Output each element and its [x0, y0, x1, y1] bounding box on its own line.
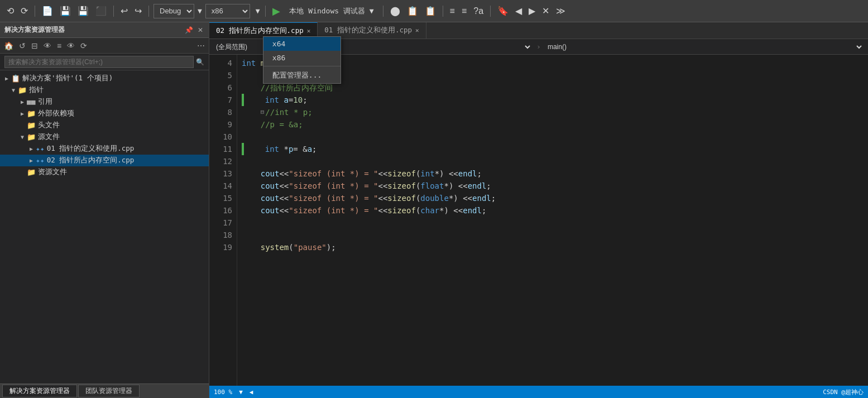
save-btn[interactable]: 💾: [57, 4, 73, 17]
more-btn[interactable]: ≫: [554, 4, 568, 17]
tab-solution-explorer[interactable]: 解决方案资源管理器: [2, 385, 77, 397]
solution-tree: ▶ 📋 解决方案'指针'(1 个项目) ▼ 📁 指针 ▶ ■■ 引用 ▶: [0, 70, 209, 383]
tree-item-project[interactable]: ▼ 📁 指针: [0, 84, 209, 96]
file2-icon: ✦✦: [36, 156, 45, 165]
fn-sizeof-13: sizeof: [387, 167, 416, 180]
sources-icon: 📁: [27, 133, 36, 141]
tree-item-file1[interactable]: ▶ ✦✦ 01 指针的定义和使用.cpp: [0, 143, 209, 155]
sidebar-home-btn[interactable]: 🏠: [2, 41, 15, 51]
zoom-icon: ▼: [239, 389, 243, 396]
sidebar-header: 解决方案资源管理器 📌 ✕: [0, 22, 209, 38]
tree-item-resources[interactable]: 📁 资源文件: [0, 166, 209, 178]
ln-14: 14: [214, 180, 232, 192]
undo-redo-btn[interactable]: ⟲: [4, 4, 16, 17]
breakpoint-btn[interactable]: ⬤: [388, 4, 402, 17]
separator6: [443, 6, 443, 17]
fn-cout-13: cout: [261, 167, 280, 180]
sidebar-extra-btn[interactable]: ⋯: [195, 41, 207, 51]
sidebar-preview-btn[interactable]: 👁: [65, 41, 76, 51]
sidebar-show-files-btn[interactable]: 👁: [42, 41, 53, 51]
code-line-12: [237, 155, 868, 167]
code-line-10: [237, 131, 868, 143]
sidebar-sync-btn[interactable]: ⟳: [79, 41, 89, 51]
code-line-9: //p = &a;: [237, 118, 868, 131]
back-btn[interactable]: ↩: [118, 4, 130, 17]
forward-btn[interactable]: ↪: [132, 4, 144, 17]
kw-float-14: float: [420, 180, 444, 192]
fn-cout-15: cout: [261, 192, 280, 204]
tree-item-references[interactable]: ▶ ■■ 引用: [0, 96, 209, 108]
ln-5: 5: [214, 69, 232, 81]
main-layout: 解决方案资源管理器 📌 ✕ 🏠 ↺ ⊟ 👁 ≡ 👁 ⟳ ⋯ 🔍 ▶: [0, 22, 868, 398]
next-bookmark-btn[interactable]: ▶: [526, 4, 538, 17]
separator4: [265, 6, 266, 17]
sidebar-pin-btn[interactable]: 📌: [184, 26, 194, 34]
arrow-icon: ▶: [18, 99, 27, 105]
sidebar-title: 解决方案资源管理器: [4, 25, 65, 35]
arrow-icon: ▶: [18, 111, 27, 117]
sidebar-collapse-all-btn[interactable]: ⊟: [30, 41, 40, 51]
kw-double-15: double: [420, 192, 449, 204]
search-input[interactable]: [4, 56, 194, 68]
ln-13: 13: [214, 167, 232, 180]
sidebar-refresh-btn[interactable]: ↺: [17, 41, 27, 51]
scroll-left: ◀: [250, 389, 253, 396]
copy-btn[interactable]: 📋: [405, 4, 420, 17]
tree-item-external[interactable]: ▶ 📁 外部依赖项: [0, 108, 209, 119]
dropdown-item-x64[interactable]: x64: [263, 37, 341, 51]
breadcrumb-scope-select[interactable]: (全局范围): [214, 41, 532, 53]
indent-btn[interactable]: ≡: [448, 5, 457, 17]
sidebar-close-btn[interactable]: ✕: [196, 26, 204, 34]
prev-bookmark-btn[interactable]: ◀: [513, 4, 524, 17]
external-label: 外部依赖项: [38, 109, 74, 118]
tree-item-headers[interactable]: 📁 头文件: [0, 119, 209, 131]
status-right: CSDN @超神心: [823, 388, 864, 396]
code-line-11: int * p = & a ;: [237, 143, 868, 155]
file-btn[interactable]: 📄: [40, 4, 55, 17]
ln-7: 7: [214, 94, 232, 106]
bookmark-btn[interactable]: 🔖: [495, 4, 511, 17]
sidebar-filter-btn[interactable]: ≡: [55, 41, 63, 51]
clear-bookmark-btn[interactable]: ✕: [540, 4, 552, 17]
code-content[interactable]: int main() { //指针所占内存空间 int a = 10: [237, 55, 868, 398]
fn-endl-16: endl: [463, 204, 482, 217]
paste-btn[interactable]: 📋: [423, 4, 438, 17]
platform-select[interactable]: x86: [205, 4, 250, 18]
sidebar-bottom-tabs: 解决方案资源管理器 团队资源管理器: [0, 383, 209, 398]
tree-item-solution[interactable]: ▶ 📋 解决方案'指针'(1 个项目): [0, 73, 209, 84]
file-tab-2-close[interactable]: ✕: [415, 27, 419, 34]
fn-sizeof-14: sizeof: [387, 180, 416, 192]
save-all-btn[interactable]: 💾: [75, 4, 91, 17]
outdent-btn[interactable]: ≡: [459, 5, 469, 17]
breadcrumb-function-select[interactable]: main(): [545, 41, 864, 53]
collapse-icon-8[interactable]: ⊟: [261, 106, 265, 118]
dropdown-item-config-manager[interactable]: 配置管理器...: [263, 68, 341, 83]
solution-label: 解决方案'指针'(1 个项目): [22, 74, 113, 83]
arrow-icon: ▼: [18, 134, 27, 140]
tree-item-sources[interactable]: ▼ 📁 源文件: [0, 131, 209, 143]
ln-12: 12: [214, 155, 232, 167]
fn-cout-14: cout: [261, 180, 280, 192]
debug-config-select[interactable]: Debug: [154, 4, 194, 18]
tab-team-explorer[interactable]: 团队资源管理器: [78, 385, 140, 397]
tree-item-file2[interactable]: ▶ ✦✦ 02 指针所占内存空间.cpp: [0, 155, 209, 166]
run-btn[interactable]: ▶: [270, 4, 282, 18]
str-15: "sizeof (int *) = ": [289, 192, 378, 204]
find-btn[interactable]: ?a: [471, 5, 486, 17]
solution-icon: 📋: [11, 74, 20, 83]
ln-10: 10: [214, 131, 232, 143]
dropdown-item-x86[interactable]: x86: [263, 51, 341, 65]
deploy-btn[interactable]: ⬛: [93, 4, 109, 17]
file-tab-1-close[interactable]: ✕: [307, 27, 311, 35]
undo-redo-btn2[interactable]: ⟳: [18, 4, 30, 17]
code-line-13: cout << "sizeof (int *) = " << sizeof ( …: [237, 167, 868, 180]
kw-char-16: char: [420, 204, 439, 217]
fn-system-19: system: [261, 241, 289, 253]
str-16: "sizeof (int *) = ": [289, 204, 378, 217]
search-icon: 🔍: [196, 58, 204, 66]
code-line-8: ⊟ //int * p;: [237, 106, 868, 118]
code-editor: 4 5 6 7 8 9 10 11 12 13 14 15 16 17 18 1…: [209, 55, 868, 398]
arrow-icon: ▼: [9, 87, 18, 93]
kw-int-11: int: [265, 143, 279, 155]
code-line-17: [237, 217, 868, 229]
